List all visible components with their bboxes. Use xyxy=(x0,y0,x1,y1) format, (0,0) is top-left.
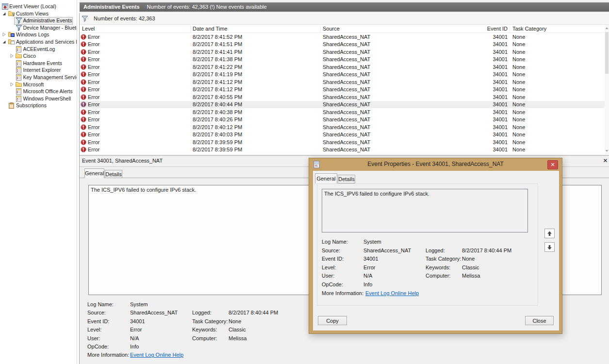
field-label: Keywords: xyxy=(192,327,217,332)
cell-level: Error xyxy=(88,34,99,40)
cell-source: SharedAccess_NAT xyxy=(323,71,370,77)
console-tree: Event Viewer (Local)Custom ViewsAdminist… xyxy=(0,0,77,364)
cell-eventid: 34001 xyxy=(493,34,508,40)
scroll-up-button[interactable] xyxy=(605,25,609,32)
cell-taskcategory: None xyxy=(512,132,525,137)
tree-item-label: ACEEventLog xyxy=(23,46,55,52)
arrow-up-icon xyxy=(547,231,552,236)
column-divider[interactable] xyxy=(320,25,321,33)
cell-level: Error xyxy=(88,56,99,62)
next-event-button[interactable] xyxy=(544,242,555,252)
tree-item-internet-explorer[interactable]: Internet Explorer xyxy=(0,66,77,74)
cell-taskcategory: None xyxy=(512,101,525,107)
column-header-eventid[interactable]: Event ID xyxy=(487,26,508,32)
cell-eventid: 34001 xyxy=(493,124,508,130)
event-row[interactable]: Error8/2/2017 8:41:52 PMSharedAccess_NAT… xyxy=(80,33,605,41)
cell-datetime: 8/2/2017 8:41:12 PM xyxy=(193,86,242,92)
tree-item-administrative-events[interactable]: Administrative Events xyxy=(0,17,77,24)
tree-item-device-manager-blueto[interactable]: Device Manager - Blueto xyxy=(0,24,77,32)
event-row[interactable]: Error8/2/2017 8:41:12 PMSharedAccess_NAT… xyxy=(80,78,605,86)
field-value: 34001 xyxy=(130,318,145,324)
event-row-selected[interactable]: Error8/2/2017 8:40:44 PMSharedAccess_NAT… xyxy=(80,101,605,109)
table-scrollbar[interactable] xyxy=(605,25,609,154)
tree-item-label: Subscriptions xyxy=(16,102,47,109)
field-label: More Information: xyxy=(87,352,129,358)
cell-source: SharedAccess_NAT xyxy=(323,56,370,62)
cell-datetime: 8/2/2017 8:40:55 PM xyxy=(193,94,242,100)
event-row[interactable]: Error8/2/2017 8:40:38 PMSharedAccess_NAT… xyxy=(80,108,605,116)
filter-icon xyxy=(82,16,88,22)
tree-item-windows-powershell[interactable]: Windows PowerShell xyxy=(0,95,77,102)
event-row[interactable]: Error8/2/2017 8:41:38 PMSharedAccess_NAT… xyxy=(80,56,605,64)
copy-button[interactable]: Copy xyxy=(318,316,347,325)
tab-details[interactable]: Details xyxy=(105,170,122,178)
column-header-level[interactable]: Level xyxy=(82,26,95,32)
dialog-tab-general[interactable]: General xyxy=(315,173,337,183)
cell-datetime: 8/2/2017 8:40:12 PM xyxy=(193,124,242,130)
tree-item-custom-views[interactable]: Custom Views xyxy=(0,10,77,17)
preview-close-icon[interactable]: ✕ xyxy=(602,157,609,165)
tree-item-microsoft-office-alerts[interactable]: Microsoft Office Alerts xyxy=(0,88,77,95)
cell-source: SharedAccess_NAT xyxy=(323,116,370,122)
tree-item-aceeventlog[interactable]: ACEEventLog xyxy=(0,46,77,53)
field-value: Info xyxy=(130,344,139,349)
cell-datetime: 8/2/2017 8:41:12 PM xyxy=(193,79,242,85)
event-row[interactable]: Error8/2/2017 8:41:41 PMSharedAccess_NAT… xyxy=(80,48,605,56)
cell-taskcategory: None xyxy=(512,139,525,145)
cell-source: SharedAccess_NAT xyxy=(323,147,370,152)
dialog-title: Event Properties - Event 34001, SharedAc… xyxy=(309,161,562,167)
dialog-tab-details[interactable]: Details xyxy=(338,175,355,183)
column-header-taskcategory[interactable]: Task Category xyxy=(512,26,546,32)
tree-item-windows-logs[interactable]: Windows Logs xyxy=(0,31,77,38)
tree-item-applications-and-services-lo[interactable]: Applications and Services Lo xyxy=(0,38,77,46)
column-header-source[interactable]: Source xyxy=(323,26,340,32)
tree-item-subscriptions[interactable]: Subscriptions xyxy=(0,102,77,109)
event-row[interactable]: Error8/2/2017 8:40:55 PMSharedAccess_NAT… xyxy=(80,93,605,101)
cell-taskcategory: None xyxy=(512,147,525,152)
tree-item-cisco[interactable]: Cisco xyxy=(0,52,77,60)
field-label: User: xyxy=(322,273,334,279)
dialog-close-button[interactable]: ✕ xyxy=(547,160,558,169)
cell-source: SharedAccess_NAT xyxy=(323,94,370,100)
column-divider[interactable] xyxy=(510,25,510,33)
column-divider[interactable] xyxy=(190,25,191,33)
event-row[interactable]: Error8/2/2017 8:39:59 PMSharedAccess_NAT… xyxy=(80,146,605,154)
event-log-online-help-link[interactable]: Event Log Online Help xyxy=(130,352,183,358)
cell-taskcategory: None xyxy=(512,41,525,47)
dialog-titlebar[interactable]: Event Properties - Event 34001, SharedAc… xyxy=(309,158,562,171)
column-header-date[interactable]: Date and Time xyxy=(193,26,228,32)
cell-source: SharedAccess_NAT xyxy=(323,41,370,47)
event-log-online-help-link[interactable]: Event Log Online Help xyxy=(365,290,419,296)
event-row[interactable]: Error8/2/2017 8:40:12 PMSharedAccess_NAT… xyxy=(80,123,605,131)
scroll-thumb[interactable] xyxy=(605,32,609,74)
field-label: Keywords: xyxy=(426,265,450,270)
scroll-down-button[interactable] xyxy=(605,148,609,154)
close-button[interactable]: Close xyxy=(525,316,554,325)
dialog-body: General Details The ICS_IPV6 failed to c… xyxy=(313,171,559,331)
dialog-description-box[interactable]: The ICS_IPV6 failed to configure IPv6 st… xyxy=(322,189,528,232)
event-row[interactable]: Error8/2/2017 8:40:26 PMSharedAccess_NAT… xyxy=(80,116,605,124)
cell-taskcategory: None xyxy=(512,34,525,40)
event-row[interactable]: Error8/2/2017 8:40:03 PMSharedAccess_NAT… xyxy=(80,131,605,139)
event-row[interactable]: Error8/2/2017 8:41:12 PMSharedAccess_NAT… xyxy=(80,86,605,94)
cell-taskcategory: None xyxy=(512,124,525,130)
event-row[interactable]: Error8/2/2017 8:41:22 PMSharedAccess_NAT… xyxy=(80,63,605,71)
cell-source: SharedAccess_NAT xyxy=(323,139,370,145)
cell-taskcategory: None xyxy=(512,79,525,85)
tree-item-label: Internet Explorer xyxy=(23,67,61,73)
tab-general[interactable]: General xyxy=(84,168,104,178)
field-label: Logged: xyxy=(192,310,212,315)
previous-event-button[interactable] xyxy=(544,229,555,238)
tree-item-hardware-events[interactable]: Hardware Events xyxy=(0,60,77,67)
event-row[interactable]: Error8/2/2017 8:41:51 PMSharedAccess_NAT… xyxy=(80,41,605,49)
event-row[interactable]: Error8/2/2017 8:41:19 PMSharedAccess_NAT… xyxy=(80,71,605,79)
tree-item-key-management-service[interactable]: Key Management Service xyxy=(0,74,77,81)
tree-item-event-viewer-local[interactable]: Event Viewer (Local) xyxy=(0,3,77,10)
field-label: Computer: xyxy=(426,273,450,279)
tree-item-label: Event Viewer (Local) xyxy=(9,3,56,10)
tree-item-label: Applications and Services Lo xyxy=(16,39,77,45)
cell-taskcategory: None xyxy=(512,109,525,115)
event-row[interactable]: Error8/2/2017 8:39:59 PMSharedAccess_NAT… xyxy=(80,138,605,146)
tree-item-microsoft[interactable]: Microsoft xyxy=(0,81,77,88)
cell-level: Error xyxy=(88,139,99,145)
